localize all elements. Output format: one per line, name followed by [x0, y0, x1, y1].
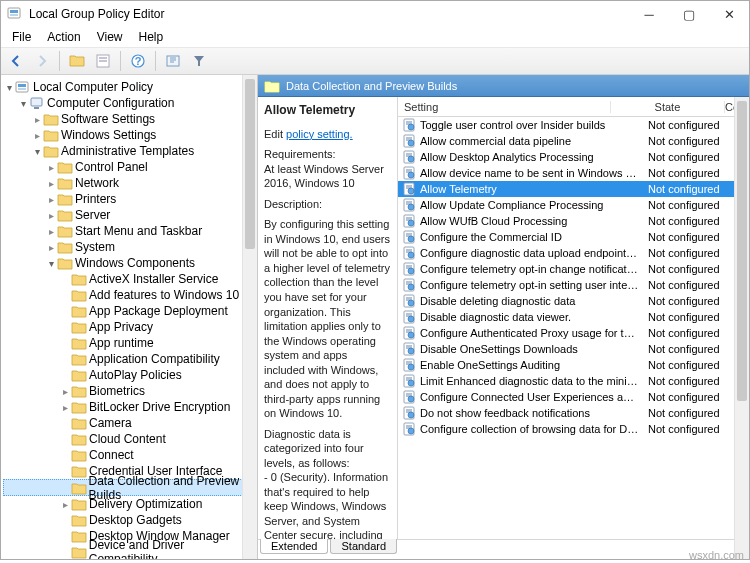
tree-node[interactable]: Windows Components — [3, 255, 257, 271]
policy-icon — [402, 294, 416, 308]
menu-view[interactable]: View — [90, 28, 130, 46]
expand-toggle[interactable] — [59, 402, 71, 413]
expand-toggle[interactable] — [17, 98, 29, 109]
expand-toggle[interactable] — [45, 162, 57, 173]
tree-node[interactable]: Windows Settings — [3, 127, 257, 143]
setting-row[interactable]: Disable deleting diagnostic dataNot conf… — [398, 293, 749, 309]
menu-file[interactable]: File — [5, 28, 38, 46]
setting-row[interactable]: Configure Connected User Experiences and… — [398, 389, 749, 405]
tree-node[interactable]: Network — [3, 175, 257, 191]
tree-panel[interactable]: Local Computer PolicyComputer Configurat… — [1, 75, 258, 559]
app-icon — [7, 6, 23, 22]
setting-row[interactable]: Allow TelemetryNot configured — [398, 181, 749, 197]
tree-node[interactable]: System — [3, 239, 257, 255]
setting-row[interactable]: Configure Authenticated Proxy usage for … — [398, 325, 749, 341]
expand-toggle[interactable] — [31, 130, 43, 141]
setting-name: Enable OneSettings Auditing — [420, 359, 640, 371]
tree-node[interactable]: Server — [3, 207, 257, 223]
tree-node[interactable]: Biometrics — [3, 383, 257, 399]
setting-row[interactable]: Configure telemetry opt-in setting user … — [398, 277, 749, 293]
setting-row[interactable]: Configure diagnostic data upload endpoin… — [398, 245, 749, 261]
tree-node-label: Local Computer Policy — [33, 80, 153, 94]
tree-node[interactable]: Desktop Gadgets — [3, 512, 257, 528]
tree-node[interactable]: BitLocker Drive Encryption — [3, 399, 257, 415]
expand-toggle[interactable] — [31, 146, 43, 157]
close-button[interactable]: ✕ — [709, 1, 749, 27]
setting-row[interactable]: Configure telemetry opt-in change notifi… — [398, 261, 749, 277]
column-headers[interactable]: Setting State Co — [398, 97, 749, 117]
setting-row[interactable]: Disable diagnostic data viewer.Not confi… — [398, 309, 749, 325]
setting-row[interactable]: Configure the Commercial IDNot configure… — [398, 229, 749, 245]
export-button[interactable] — [162, 50, 184, 72]
tree-node[interactable]: App runtime — [3, 335, 257, 351]
filter-button[interactable] — [188, 50, 210, 72]
setting-row[interactable]: Do not show feedback notificationsNot co… — [398, 405, 749, 421]
setting-name: Disable deleting diagnostic data — [420, 295, 640, 307]
tree-node[interactable]: Cloud Content — [3, 431, 257, 447]
setting-row[interactable]: Limit Enhanced diagnostic data to the mi… — [398, 373, 749, 389]
tree-node[interactable]: Administrative Templates — [3, 143, 257, 159]
col-setting[interactable]: Setting — [398, 101, 611, 113]
forward-button[interactable] — [31, 50, 53, 72]
setting-row[interactable]: Allow Update Compliance ProcessingNot co… — [398, 197, 749, 213]
menu-action[interactable]: Action — [40, 28, 87, 46]
tree-node[interactable]: App Privacy — [3, 319, 257, 335]
app-window: Local Group Policy Editor ─ ▢ ✕ File Act… — [0, 0, 750, 560]
expand-toggle[interactable] — [45, 178, 57, 189]
folder-icon — [43, 128, 59, 142]
settings-list[interactable]: Toggle user control over Insider buildsN… — [398, 117, 749, 539]
expand-toggle[interactable] — [3, 82, 15, 93]
expand-toggle[interactable] — [59, 386, 71, 397]
setting-name: Configure the Commercial ID — [420, 231, 640, 243]
folder-icon — [57, 192, 73, 206]
properties-button[interactable] — [92, 50, 114, 72]
expand-toggle[interactable] — [45, 210, 57, 221]
expand-toggle[interactable] — [45, 242, 57, 253]
tree-node[interactable]: Add features to Windows 10 — [3, 287, 257, 303]
tree-node[interactable]: Printers — [3, 191, 257, 207]
minimize-button[interactable]: ─ — [629, 1, 669, 27]
tab-extended[interactable]: Extended — [260, 539, 328, 554]
tree-scrollbar[interactable] — [242, 75, 257, 559]
description-panel: Allow Telemetry Edit policy setting. Req… — [258, 97, 398, 539]
tree-node[interactable]: Start Menu and Taskbar — [3, 223, 257, 239]
tree-node[interactable]: Computer Configuration — [3, 95, 257, 111]
tree-node[interactable]: Device and Driver Compatibility — [3, 544, 257, 559]
tree-node[interactable]: Local Computer Policy — [3, 79, 257, 95]
tree-node[interactable]: Software Settings — [3, 111, 257, 127]
tree-node[interactable]: Control Panel — [3, 159, 257, 175]
expand-toggle[interactable] — [45, 258, 57, 269]
help-button[interactable]: ? — [127, 50, 149, 72]
expand-toggle[interactable] — [45, 226, 57, 237]
tree-node[interactable]: ActiveX Installer Service — [3, 271, 257, 287]
policy-icon — [402, 278, 416, 292]
folder-icon — [71, 497, 87, 511]
setting-row[interactable]: Enable OneSettings AuditingNot configure… — [398, 357, 749, 373]
settings-scrollbar[interactable] — [734, 97, 749, 559]
tree-node[interactable]: Data Collection and Preview Builds — [3, 479, 257, 496]
setting-row[interactable]: Toggle user control over Insider buildsN… — [398, 117, 749, 133]
setting-row[interactable]: Allow commercial data pipelineNot config… — [398, 133, 749, 149]
tree-node[interactable]: AutoPlay Policies — [3, 367, 257, 383]
expand-toggle[interactable] — [31, 114, 43, 125]
tree-node[interactable]: Camera — [3, 415, 257, 431]
folder-icon — [71, 416, 87, 430]
tab-standard[interactable]: Standard — [330, 539, 397, 554]
menu-help[interactable]: Help — [132, 28, 171, 46]
tree-node[interactable]: App Package Deployment — [3, 303, 257, 319]
expand-toggle[interactable] — [59, 499, 71, 510]
setting-row[interactable]: Configure collection of browsing data fo… — [398, 421, 749, 437]
maximize-button[interactable]: ▢ — [669, 1, 709, 27]
setting-row[interactable]: Allow device name to be sent in Windows … — [398, 165, 749, 181]
col-state[interactable]: State — [611, 101, 725, 113]
tree-node[interactable]: Application Compatibility — [3, 351, 257, 367]
setting-row[interactable]: Allow WUfB Cloud ProcessingNot configure… — [398, 213, 749, 229]
setting-row[interactable]: Disable OneSettings DownloadsNot configu… — [398, 341, 749, 357]
back-button[interactable] — [5, 50, 27, 72]
up-button[interactable] — [66, 50, 88, 72]
setting-row[interactable]: Allow Desktop Analytics ProcessingNot co… — [398, 149, 749, 165]
edit-policy-link[interactable]: policy setting. — [286, 128, 353, 140]
expand-toggle[interactable] — [45, 194, 57, 205]
tree-node[interactable]: Connect — [3, 447, 257, 463]
setting-state: Not configured — [640, 215, 740, 227]
